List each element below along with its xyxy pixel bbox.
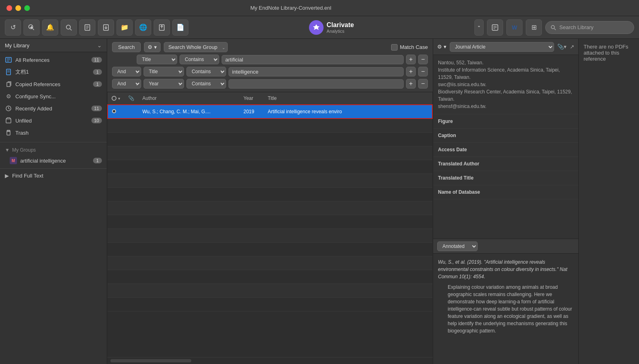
table-row[interactable] xyxy=(108,256,432,270)
search-value-2[interactable] xyxy=(229,67,404,76)
search-value-3[interactable] xyxy=(229,79,404,89)
reference-type-select[interactable]: Journal Article xyxy=(450,42,554,52)
notification-button[interactable]: 🔔 xyxy=(42,19,58,36)
web-search-button[interactable]: 🌐 xyxy=(135,19,151,36)
search-options-button[interactable]: ⚙ ▾ xyxy=(144,42,161,52)
search-add-btn-1[interactable]: + xyxy=(406,55,416,64)
sidebar-item-unfiled[interactable]: Unfiled 10 xyxy=(0,114,107,127)
maximize-button[interactable] xyxy=(24,5,30,11)
table-row[interactable]: Wu, S.; Chang, C. M.; Mai, G.... 2019 Ar… xyxy=(108,105,432,119)
refresh-button[interactable]: ↺ xyxy=(5,19,21,36)
search-remove-btn-3[interactable]: − xyxy=(418,79,428,89)
new-ref-button[interactable] xyxy=(79,19,95,36)
field-name-of-database: Name of Database xyxy=(433,185,578,199)
recently-added-label: Recently Added xyxy=(15,106,88,112)
sidebar-item-artificial-intelligence[interactable]: M artificial intelligence 1 xyxy=(0,154,107,167)
table-row[interactable] xyxy=(108,146,432,160)
traffic-lights[interactable] xyxy=(6,5,30,11)
trash-label: Trash xyxy=(15,130,102,136)
pdf-viewer-button[interactable]: 📄 xyxy=(172,19,188,36)
sidebar-item-doc1[interactable]: 文档1 1 xyxy=(0,66,107,78)
sidebar-item-recently-added[interactable]: Recently Added 11 xyxy=(0,102,107,114)
toolbar-right: " W ⊞ Search Library xyxy=(474,19,634,36)
ref-citation: Wu, S., et al. (2019). "Artificial intel… xyxy=(438,258,573,280)
import-button[interactable] xyxy=(98,19,114,36)
field-access-date: Access Date xyxy=(433,143,578,157)
logic-select-3[interactable]: And Or Not xyxy=(112,79,141,89)
sidebar-item-trash[interactable]: Trash xyxy=(0,127,107,139)
window-title-text: My EndNote Library-Converted.enl xyxy=(250,5,331,11)
search-add-btn-3[interactable]: + xyxy=(406,79,416,89)
row-check[interactable] xyxy=(108,105,124,119)
sidebar-item-configure-sync[interactable]: ⚙ Configure Sync... xyxy=(0,90,107,102)
table-row[interactable] xyxy=(108,174,432,187)
logic-select-2[interactable]: And Or Not xyxy=(112,67,141,76)
search-value-1[interactable] xyxy=(222,55,404,64)
export-reference-button[interactable]: ↗ xyxy=(570,44,574,50)
annotation-type-select[interactable]: Annotated xyxy=(437,241,478,251)
layout-button[interactable]: ⊞ xyxy=(526,19,542,36)
find-full-text-item[interactable]: ▶ Find Full Text xyxy=(0,170,107,181)
field-select-1[interactable]: Title xyxy=(137,55,177,64)
clarivate-name: Clarivate xyxy=(327,21,354,29)
table-row[interactable] xyxy=(108,201,432,215)
groups-button[interactable]: 📁 xyxy=(116,19,133,36)
format-paper-button[interactable] xyxy=(487,19,503,36)
find-pdf-button[interactable] xyxy=(61,19,77,36)
contains-select-1[interactable]: Contains xyxy=(180,55,219,64)
doc1-badge: 1 xyxy=(93,69,102,75)
row-year: 2019 xyxy=(239,105,264,119)
close-button[interactable] xyxy=(6,5,12,11)
search-add-btn-2[interactable]: + xyxy=(406,67,416,76)
search-group-select[interactable]: Search Whole Group xyxy=(164,42,228,52)
table-row[interactable] xyxy=(108,229,432,242)
table-row[interactable] xyxy=(108,119,432,132)
window-title: My EndNote Library-Converted.enl xyxy=(250,5,331,11)
export-button[interactable] xyxy=(154,19,170,36)
settings-dropdown[interactable]: ⚙ ▾ xyxy=(437,44,446,50)
search-remove-btn-2[interactable]: − xyxy=(418,67,428,76)
attach-button[interactable]: 📎▾ xyxy=(557,44,567,50)
annotation-content: Wu, S., et al. (2019). "Artificial intel… xyxy=(433,254,578,364)
scroll-track[interactable] xyxy=(110,359,191,362)
table-row[interactable] xyxy=(108,270,432,284)
sidebar-item-all-references[interactable]: All References 11 xyxy=(0,54,107,66)
search-library-box[interactable]: Search Library xyxy=(545,21,634,34)
search-button[interactable]: Search xyxy=(112,42,141,52)
right-panel: ⚙ ▾ Journal Article 📎▾ ↗ Nantou, 552, Ta… xyxy=(433,39,578,364)
minimize-button[interactable] xyxy=(15,5,21,11)
horizontal-scrollbar[interactable] xyxy=(107,357,433,364)
my-groups-header[interactable]: ▼ My Groups xyxy=(0,144,107,154)
sidebar-library-section: All References 11 文档1 1 Copied Reference… xyxy=(0,52,107,140)
clarivate-text-block: Clarivate Analytics xyxy=(327,21,354,34)
table-row[interactable] xyxy=(108,160,432,174)
col-header-title[interactable]: Title xyxy=(264,92,432,105)
row-title: Artificial intelligence reveals enviro xyxy=(264,105,432,119)
recently-added-icon xyxy=(5,105,12,112)
table-row[interactable] xyxy=(108,187,432,201)
table-row[interactable] xyxy=(108,284,432,297)
field-translated-author-label: Translated Author xyxy=(438,161,573,167)
add-reference-button[interactable] xyxy=(23,19,40,36)
search-remove-btn-1[interactable]: − xyxy=(418,55,428,64)
cite-while-write-button[interactable]: " xyxy=(474,19,484,36)
table-row[interactable] xyxy=(108,242,432,256)
sidebar-dropdown-icon[interactable]: ⌄ xyxy=(97,42,102,49)
logic-select-wrapper-3: And Or Not xyxy=(112,79,141,89)
field-select-2[interactable]: Title xyxy=(144,67,184,76)
contains-select-3[interactable]: Contains xyxy=(186,79,226,89)
col-header-attach[interactable]: 📎 xyxy=(124,92,138,105)
col-header-author[interactable]: Author xyxy=(138,92,239,105)
match-case-checkbox[interactable] xyxy=(391,44,398,51)
logic-select-wrapper-2: And Or Not xyxy=(112,67,141,76)
contains-select-2[interactable]: Contains xyxy=(186,67,226,76)
table-row[interactable] xyxy=(108,215,432,229)
col-header-year[interactable]: Year xyxy=(239,92,264,105)
table-row[interactable] xyxy=(108,297,432,311)
all-references-icon xyxy=(5,56,12,63)
field-select-3[interactable]: Year xyxy=(144,79,184,89)
col-header-check[interactable]: ▾ xyxy=(108,92,124,105)
table-row[interactable] xyxy=(108,132,432,146)
sidebar-item-copied-refs[interactable]: Copied References 1 xyxy=(0,78,107,90)
word-button[interactable]: W xyxy=(506,19,523,36)
